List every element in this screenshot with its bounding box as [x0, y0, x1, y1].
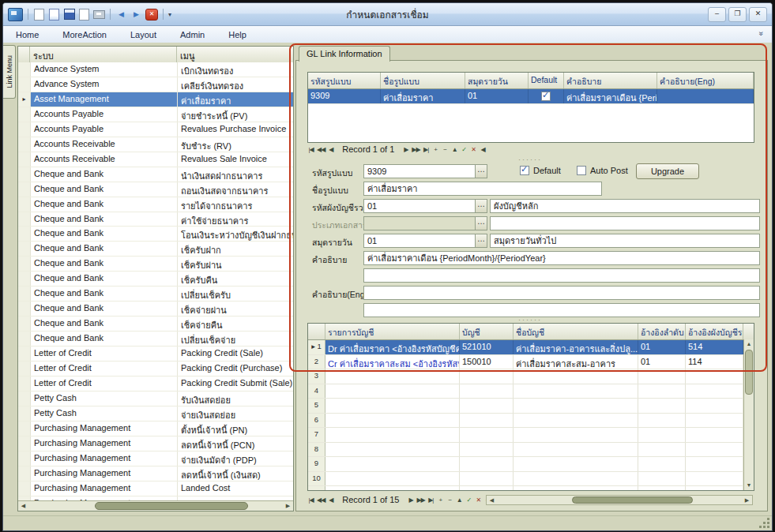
entry-cell[interactable] — [460, 384, 514, 399]
left-grid-row[interactable]: Petty Cashรับเงินสดย่อย — [18, 392, 293, 406]
left-grid-row[interactable]: Cheque and Bankเช็ครับผ่าน — [18, 257, 293, 272]
entry-cell[interactable] — [686, 414, 743, 428]
description-field-2[interactable] — [363, 268, 760, 283]
system-column-header[interactable]: ระบบ — [30, 47, 177, 62]
menu-cell[interactable]: Revalues Purchase Invoice — [178, 122, 293, 137]
auto-post-checkbox[interactable]: Auto Post — [577, 166, 628, 175]
menu-cell[interactable]: จ่ายเงินมัดจำ (PDP) — [178, 451, 293, 466]
system-cell[interactable]: Cheque and Bank — [31, 212, 178, 227]
left-grid-row[interactable]: Petty Cashจ่ายเงินสดย่อย — [18, 406, 293, 421]
entry-cell[interactable] — [638, 428, 686, 442]
default-checkbox[interactable]: Default — [520, 166, 561, 175]
entry-cell[interactable] — [638, 384, 686, 399]
entry-cell[interactable] — [686, 399, 743, 413]
qat-dropdown-button[interactable]: ▾ — [168, 11, 171, 18]
left-grid-row[interactable]: Letter of CreditPacking Credit Submit (S… — [18, 377, 293, 392]
menu-cell[interactable]: ค่าใช้จ่ายธนาคาร — [178, 212, 293, 227]
scroll-up-icon[interactable]: ▲ — [744, 339, 754, 349]
tab-gl-link-information[interactable]: GL Link Information — [299, 46, 390, 62]
menu-item-help[interactable]: Help — [228, 30, 246, 39]
entry-cell[interactable] — [460, 428, 514, 442]
nav-prev-page-icon[interactable]: ◀◀ — [317, 146, 325, 153]
column-header[interactable]: Default — [529, 73, 564, 88]
account-entry-row[interactable]: 9 — [308, 457, 754, 472]
system-cell[interactable]: Accounts Receivable — [31, 137, 178, 152]
nav-last-icon[interactable]: ▶| — [427, 496, 435, 504]
system-cell[interactable]: Purchasing Management — [31, 466, 178, 481]
entry-cell[interactable]: 01 — [638, 355, 686, 369]
entry-cell[interactable] — [514, 443, 638, 457]
entry-cell[interactable] — [638, 399, 686, 413]
chart-code-field[interactable]: 01 … — [363, 199, 487, 213]
nav-commit-icon[interactable]: ✓ — [461, 146, 468, 153]
system-cell[interactable]: Purchasing Management — [31, 481, 178, 496]
left-grid-row[interactable]: ▸Asset Managementค่าเสื่อมราคา — [18, 92, 293, 107]
entry-cell[interactable] — [514, 414, 638, 428]
minimize-button[interactable]: – — [708, 7, 726, 22]
account-entry-row[interactable]: 2Cr ค่าเสื่อมราคาสะสม <อ้างอิงรหัสบัญ...… — [308, 355, 754, 370]
format-cell[interactable]: ค่าเสื่อมราคาเดือน {Perio... — [564, 89, 657, 103]
left-grid-row[interactable]: Accounts ReceivableRevalues Sale Invoice — [18, 152, 293, 167]
entry-cell[interactable] — [460, 486, 514, 491]
entry-cell[interactable] — [686, 472, 743, 486]
default-cell[interactable] — [529, 89, 564, 103]
nav-first-icon[interactable]: |◀ — [307, 146, 314, 153]
menu-cell[interactable]: ค่าเสื่อมราคา — [178, 92, 293, 107]
entry-cell[interactable] — [460, 399, 514, 413]
menu-cell[interactable]: นำเงินสดฝากธนาคาร — [178, 167, 293, 182]
entry-cell[interactable] — [514, 472, 638, 486]
entry-cell[interactable] — [325, 384, 460, 399]
system-cell[interactable]: Letter of Credit — [31, 347, 178, 361]
left-grid-row[interactable]: Accounts Receivableรับชำระ (RV) — [18, 137, 293, 152]
entry-cell[interactable] — [460, 414, 514, 428]
entry-cell[interactable] — [460, 369, 514, 384]
system-cell[interactable]: Advance System — [31, 62, 178, 77]
account-entry-row[interactable]: ▸ 1Dr ค่าเสื่อมราคา <อ้างอิงรหัสบัญชีค่า… — [308, 340, 754, 355]
entry-cell[interactable]: 114 — [686, 355, 743, 369]
system-cell[interactable]: Purchasing Management — [31, 451, 178, 466]
column-header[interactable]: คำอธิบาย(Eng) — [657, 73, 754, 88]
nav-cancel-icon[interactable]: ✕ — [470, 146, 477, 153]
left-grid-row[interactable]: Cheque and Bankเปลี่ยนเช็คจ่าย — [18, 332, 293, 347]
entry-cell[interactable]: Dr ค่าเสื่อมราคา <อ้างอิงรหัสบัญชีค่าเสื… — [325, 340, 460, 354]
menu-cell[interactable]: ลดหนี้เจ้าหนี้ (PCN) — [178, 436, 293, 451]
column-header[interactable]: สมุดรายวัน — [465, 73, 529, 88]
forward-button[interactable]: ▶ — [130, 9, 142, 21]
maximize-button[interactable]: ❐ — [728, 7, 747, 22]
entry-cell[interactable] — [325, 428, 460, 442]
menu-cell[interactable]: เปลี่ยนเช็ครับ — [178, 287, 293, 301]
entry-cell[interactable]: Cr ค่าเสื่อมราคาสะสม <อ้างอิงรหัสบัญ... — [325, 355, 460, 369]
menu-cell[interactable]: เบิกเงินทดรอง — [178, 62, 293, 77]
system-cell[interactable]: Letter of Credit — [31, 377, 178, 391]
left-grid-row[interactable]: Cheque and Bankเช็ครับฝาก — [18, 242, 293, 257]
left-grid-row[interactable]: Advance Systemเคลียร์เงินทดรอง — [18, 77, 293, 92]
nav-cancel-icon[interactable]: ✕ — [475, 496, 482, 504]
entry-cell[interactable] — [460, 472, 514, 486]
nav-prev-page-icon[interactable]: ◀◀ — [317, 496, 325, 504]
nav-extra-icon[interactable]: ◀ — [480, 146, 487, 153]
entry-cell[interactable] — [686, 457, 743, 471]
entry-cell[interactable]: ค่าเสื่อมราคา-อาคารและสิ่งปลู... — [514, 340, 638, 354]
entry-cell[interactable]: 150010 — [460, 355, 514, 369]
format-cell[interactable]: 01 — [465, 89, 529, 103]
description-eng-field[interactable] — [363, 286, 760, 300]
entry-cell[interactable] — [686, 428, 743, 442]
menu-cell[interactable]: รับชำระ (RV) — [178, 137, 293, 152]
account-entry-row[interactable]: 10 — [308, 472, 754, 487]
nav-delete-icon[interactable]: − — [442, 146, 449, 153]
scroll-down-icon[interactable]: ▼ — [744, 481, 754, 490]
menu-item-home[interactable]: Home — [16, 30, 39, 39]
menu-cell[interactable]: โอนเงินระหว่างบัญชีเงินฝากธนา — [178, 227, 293, 241]
account-entry-row[interactable]: 4 — [308, 384, 754, 399]
left-grid-row[interactable]: Cheque and Bankโอนเงินระหว่างบัญชีเงินฝา… — [18, 227, 293, 242]
format-cell[interactable]: 9309 — [308, 89, 381, 103]
entry-cell[interactable] — [325, 369, 460, 384]
entry-cell[interactable] — [514, 428, 638, 442]
menu-item-moreaction[interactable]: MoreAction — [62, 30, 107, 39]
print-button[interactable] — [93, 9, 105, 21]
splitter[interactable] — [307, 158, 753, 163]
nav-prev-icon[interactable]: ◀ — [327, 496, 334, 504]
entry-cell[interactable] — [325, 414, 460, 428]
link-menu-tab[interactable]: Link Menu — [3, 45, 16, 99]
entry-cell[interactable] — [638, 369, 686, 384]
